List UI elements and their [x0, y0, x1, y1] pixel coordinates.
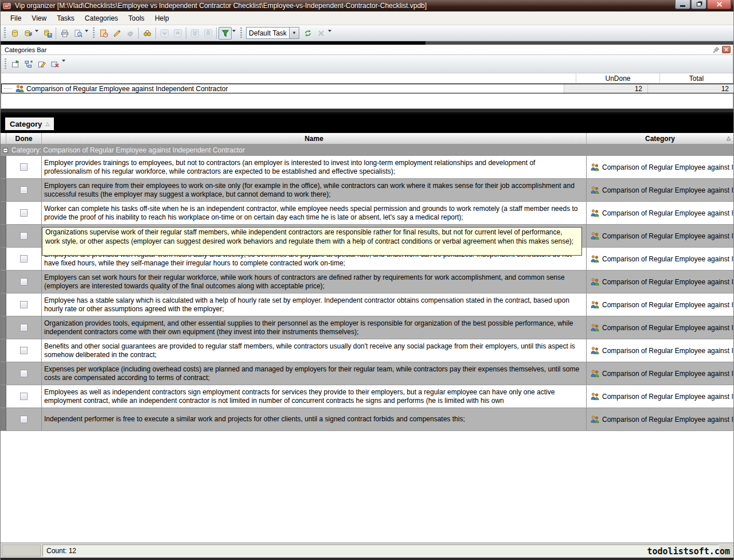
new-category-button[interactable] [9, 58, 22, 71]
move-down-button[interactable] [158, 27, 171, 40]
task-category-cell[interactable]: Comparison of Regular Employee against I… [587, 408, 733, 430]
menu-view[interactable]: View [26, 13, 52, 24]
task-name-cell[interactable]: Expenses per workplace (including overhe… [42, 362, 587, 385]
task-type-combo[interactable]: Default Task ▼ [246, 27, 299, 39]
delete-category-button[interactable] [48, 58, 61, 71]
move-bottom-button[interactable] [188, 27, 201, 40]
print-preview-dropdown[interactable] [85, 30, 88, 32]
done-checkbox[interactable] [20, 163, 28, 171]
done-cell[interactable] [6, 248, 42, 270]
task-category-cell[interactable]: Comparison of Regular Employee against I… [587, 271, 733, 293]
group-by-category-chip[interactable]: Category △ [5, 118, 54, 130]
done-cell[interactable] [6, 202, 42, 224]
task-category-cell[interactable]: Comparison of Regular Employee against I… [587, 179, 733, 201]
row-indicator[interactable] [1, 339, 6, 362]
move-top-button[interactable] [201, 27, 214, 40]
done-checkbox[interactable] [20, 370, 28, 377]
undone-column-header[interactable]: UnDone [576, 73, 659, 83]
new-database-button[interactable] [8, 27, 21, 40]
task-row[interactable]: Employee has a stable salary which is ca… [1, 293, 733, 316]
edit-task-button[interactable] [110, 27, 123, 40]
task-name-cell[interactable]: Employee has a stable salary which is ca… [42, 293, 587, 316]
category-column-header[interactable]: Category △ [587, 133, 733, 144]
done-cell[interactable] [6, 385, 42, 408]
menu-file[interactable]: File [5, 13, 26, 24]
task-row[interactable]: Employees as well as independent contrac… [1, 385, 733, 408]
row-indicator[interactable] [1, 225, 6, 247]
toolbar-grip[interactable] [240, 28, 242, 39]
done-cell[interactable] [6, 179, 42, 201]
more-buttons-dropdown[interactable] [328, 30, 331, 32]
task-name-cell[interactable]: Independent performer is free to execute… [42, 408, 587, 430]
menu-help[interactable]: Help [150, 13, 174, 24]
row-indicator[interactable] [1, 271, 6, 293]
done-checkbox[interactable] [20, 255, 28, 263]
task-name-cell[interactable]: Employer provides trainings to employees… [42, 156, 587, 178]
row-indicator[interactable] [1, 248, 6, 270]
task-row[interactable]: Worker can complete his tasks off-site w… [1, 202, 733, 225]
menu-tools[interactable]: Tools [123, 13, 150, 24]
menu-categories[interactable]: Categories [80, 13, 123, 24]
done-checkbox[interactable] [20, 393, 28, 400]
close-panel-button[interactable] [722, 46, 731, 53]
done-checkbox[interactable] [20, 232, 28, 240]
task-category-cell[interactable]: Comparison of Regular Employee against I… [587, 248, 733, 270]
task-row[interactable]: Independent performer is free to execute… [1, 408, 733, 431]
row-indicator[interactable] [1, 408, 6, 430]
filter-dropdown[interactable] [232, 30, 236, 32]
search-button[interactable] [140, 27, 154, 40]
done-checkbox[interactable] [20, 301, 28, 308]
print-preview-button[interactable] [71, 27, 84, 40]
save-database-button[interactable] [41, 27, 54, 40]
categories-toolbar-dropdown[interactable] [62, 60, 65, 62]
task-category-cell[interactable]: Comparison of Regular Employee against I… [587, 293, 733, 316]
done-column-header[interactable]: Done [6, 133, 42, 144]
task-name-cell[interactable]: Employers can require from their employe… [42, 179, 587, 201]
done-cell[interactable] [6, 339, 42, 362]
done-checkbox[interactable] [20, 186, 28, 194]
edit-category-button[interactable] [35, 58, 48, 71]
row-indicator[interactable] [1, 179, 6, 201]
task-category-cell[interactable]: Comparison of Regular Employee against I… [587, 156, 733, 178]
task-name-cell[interactable]: Worker can complete his tasks off-site w… [42, 202, 587, 224]
done-cell[interactable] [6, 225, 42, 247]
row-indicator[interactable] [1, 293, 6, 316]
new-task-button[interactable] [97, 27, 110, 40]
done-cell[interactable] [6, 271, 42, 293]
task-row[interactable]: Benefits and other social guarantees are… [1, 339, 733, 362]
done-cell[interactable] [6, 408, 42, 430]
assign-task-button[interactable] [123, 27, 136, 40]
combo-dropdown-button[interactable]: ▼ [289, 28, 299, 38]
restore-button[interactable] [691, 0, 706, 9]
done-checkbox[interactable] [20, 347, 28, 354]
done-cell[interactable] [6, 293, 42, 316]
done-checkbox[interactable] [20, 278, 28, 285]
print-button[interactable] [58, 27, 71, 40]
apply-filter-button[interactable] [301, 27, 314, 40]
task-name-cell[interactable]: Organization provides tools, equipment, … [42, 316, 587, 339]
task-name-cell[interactable]: Employers can set work hours for their r… [42, 271, 587, 293]
task-category-cell[interactable]: Comparison of Regular Employee against I… [587, 362, 733, 385]
task-row[interactable]: Organization provides tools, equipment, … [1, 316, 733, 339]
total-column-header[interactable]: Total [659, 73, 733, 83]
row-indicator[interactable] [1, 156, 6, 178]
done-checkbox[interactable] [20, 209, 28, 217]
open-database-button[interactable] [21, 27, 34, 40]
task-row[interactable]: Employers can set work hours for their r… [1, 271, 733, 293]
task-name-cell[interactable]: Benefits and other social guarantees are… [42, 339, 587, 362]
clear-filter-button[interactable] [314, 27, 327, 40]
filter-button[interactable] [218, 27, 232, 40]
toolbar-grip[interactable] [4, 28, 6, 39]
toolbar-grip[interactable] [93, 28, 95, 39]
task-category-cell[interactable]: Comparison of Regular Employee against I… [587, 385, 733, 408]
category-name-column-header[interactable] [1, 73, 576, 83]
collapse-group-icon[interactable]: − [3, 148, 8, 153]
name-column-header[interactable]: Name [42, 133, 587, 144]
category-group-row[interactable]: − Category: Comparison of Regular Employ… [1, 144, 733, 156]
done-cell[interactable] [6, 316, 42, 339]
row-indicator[interactable] [1, 316, 6, 339]
toolbar-grip[interactable] [5, 58, 6, 70]
open-database-dropdown[interactable] [35, 30, 38, 32]
done-checkbox[interactable] [20, 324, 28, 331]
row-indicator[interactable] [1, 202, 6, 224]
